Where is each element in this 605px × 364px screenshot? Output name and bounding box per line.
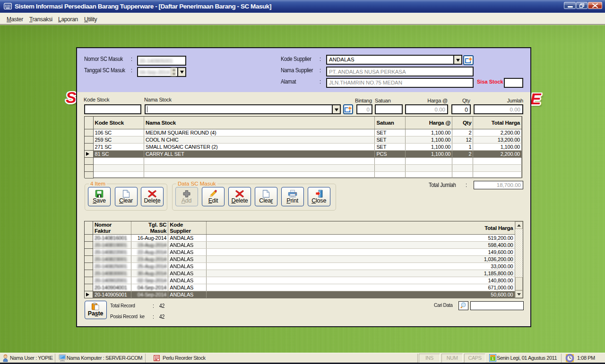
svg-text:1: 1	[492, 357, 494, 360]
